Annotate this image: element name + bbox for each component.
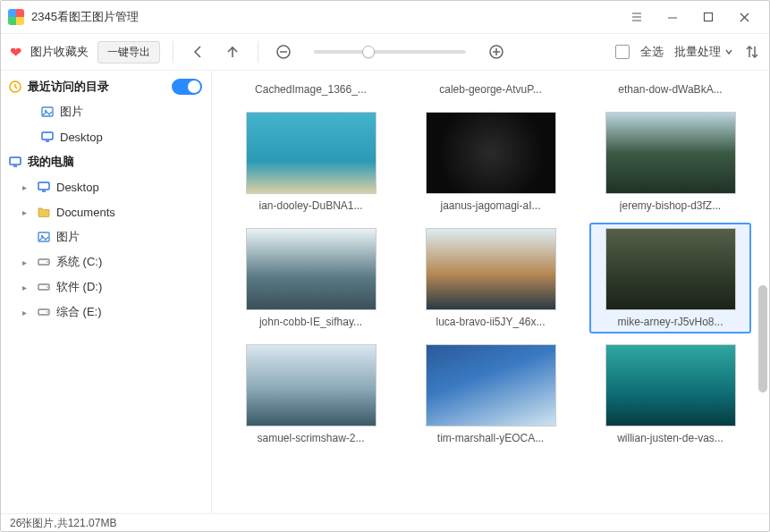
thumbnail-caption: jaanus-jagomagi-aI... (440, 199, 540, 212)
thumbnail-card[interactable]: caleb-george-AtvuP... (410, 76, 571, 101)
clock-icon (8, 80, 22, 94)
thumbnail-caption: luca-bravo-ii5JY_46x... (436, 316, 545, 328)
thumbnail-caption: ian-dooley-DuBNA1... (258, 199, 362, 212)
toolbar: ❤ 图片收藏夹 一键导出 全选 批量处理 (1, 33, 769, 71)
back-button[interactable] (186, 39, 211, 64)
statusbar-text: 26张图片,共121.07MB (10, 516, 116, 531)
thumbnail-image (426, 344, 556, 426)
thumbnail-card[interactable]: jaanus-jagomagi-aI... (410, 106, 571, 217)
thumbnail-caption: CachedImage_1366_... (255, 83, 367, 96)
thumbnail-caption: mike-arney-rJ5vHo8... (617, 316, 723, 328)
toolbar-divider (258, 41, 258, 63)
thumbnail-card[interactable]: jeremy-bishop-d3fZ... (589, 106, 751, 217)
zoom-out-button[interactable] (271, 39, 296, 64)
sidebar-item-label: 图片 (56, 229, 80, 245)
main-area: 最近访问的目录 图片Desktop 我的电脑 ▸Desktop▸Document… (1, 71, 769, 513)
select-all-checkbox[interactable] (615, 45, 630, 59)
sidebar-mypc-item[interactable]: ▸综合 (E:) (1, 300, 211, 325)
thumbnail-card[interactable]: tim-marshall-yEOCA... (410, 339, 571, 450)
sidebar-item-label: Desktop (56, 181, 99, 194)
expand-icon: ▸ (22, 207, 31, 217)
content-area: CachedImage_1366_...caleb-george-AtvuP..… (212, 71, 769, 513)
up-button[interactable] (220, 39, 245, 64)
thumbnail-card[interactable]: willian-justen-de-vas... (589, 339, 751, 450)
svg-point-27 (47, 261, 48, 263)
thumbnail-card[interactable]: john-cobb-IE_sifhay... (230, 223, 392, 334)
svg-rect-20 (10, 157, 21, 165)
zoom-in-button[interactable] (484, 39, 509, 64)
sidebar-recent-item[interactable]: 图片 (1, 99, 211, 124)
sidebar-mypc-item[interactable]: ▸Documents (1, 199, 211, 224)
thumbnail-card[interactable]: ian-dooley-DuBNA1... (230, 106, 392, 217)
recent-toggle[interactable] (172, 79, 202, 95)
scrollbar-thumb[interactable] (758, 285, 767, 393)
app-logo-icon (8, 9, 24, 25)
picture-icon (37, 230, 51, 244)
scrollbar-track[interactable] (757, 71, 769, 513)
monitor-icon (37, 180, 51, 194)
chevron-down-icon (724, 47, 733, 56)
sidebar-recent-label: 最近访问的目录 (28, 79, 109, 95)
svg-rect-18 (42, 132, 53, 139)
thumbnail-grid: CachedImage_1366_...caleb-george-AtvuP..… (212, 71, 769, 513)
svg-point-31 (47, 311, 48, 313)
expand-icon: ▸ (22, 308, 31, 317)
menu-button[interactable] (619, 4, 655, 30)
zoom-slider[interactable] (314, 50, 466, 54)
thumbnail-image (246, 344, 377, 426)
picture-icon (40, 105, 55, 119)
monitor-icon (40, 130, 55, 144)
sidebar: 最近访问的目录 图片Desktop 我的电脑 ▸Desktop▸Document… (1, 71, 212, 513)
thumbnail-card[interactable]: CachedImage_1366_... (230, 76, 392, 101)
zoom-slider-thumb[interactable] (362, 46, 375, 58)
toolbar-divider (173, 41, 173, 63)
monitor-icon (8, 155, 22, 169)
thumbnail-image (426, 112, 556, 194)
export-button[interactable]: 一键导出 (97, 41, 160, 63)
maximize-button[interactable] (690, 4, 726, 30)
sidebar-item-label: Desktop (60, 131, 103, 144)
expand-icon: ▸ (22, 258, 31, 267)
thumbnail-caption: tim-marshall-yEOCA... (437, 432, 544, 444)
sidebar-mypc-label: 我的电脑 (28, 154, 74, 170)
svg-rect-22 (38, 182, 49, 190)
favorites-label: 图片收藏夹 (30, 44, 89, 60)
svg-rect-4 (705, 13, 713, 21)
sidebar-item-label: 综合 (E:) (56, 304, 102, 320)
sidebar-mypc-header[interactable]: 我的电脑 (1, 149, 211, 174)
sidebar-mypc-item[interactable]: ▸Desktop (1, 174, 211, 199)
heart-icon: ❤ (10, 44, 21, 61)
sidebar-item-label: 系统 (C:) (56, 254, 102, 270)
thumbnail-caption: ethan-dow-dWaBkA... (618, 83, 722, 96)
sidebar-recent-item[interactable]: Desktop (1, 124, 211, 149)
thumbnail-card[interactable]: ethan-dow-dWaBkA... (589, 76, 751, 101)
thumbnail-card[interactable]: mike-arney-rJ5vHo8... (589, 223, 751, 334)
drive-icon (37, 305, 51, 319)
sort-button[interactable] (744, 44, 760, 60)
sidebar-item-label: 软件 (D:) (56, 279, 102, 295)
export-button-label: 一键导出 (107, 46, 150, 58)
minimize-button[interactable] (655, 4, 690, 30)
sidebar-mypc-item[interactable]: ▸软件 (D:) (1, 274, 211, 300)
thumbnail-caption: caleb-george-AtvuP... (439, 83, 542, 96)
thumbnail-caption: jeremy-bishop-d3fZ... (620, 199, 721, 212)
sidebar-recent-header[interactable]: 最近访问的目录 (1, 74, 211, 99)
batch-process-dropdown[interactable]: 批量处理 (674, 44, 733, 60)
thumbnail-caption: john-cobb-IE_sifhay... (259, 316, 362, 328)
sidebar-item-label: 图片 (60, 104, 83, 120)
sidebar-mypc-item[interactable]: 图片 (1, 224, 211, 249)
statusbar: 26张图片,共121.07MB (1, 513, 769, 532)
expand-icon: ▸ (22, 283, 31, 292)
close-button[interactable] (726, 4, 762, 30)
thumbnail-image (605, 228, 736, 310)
sidebar-mypc-item[interactable]: ▸系统 (C:) (1, 249, 211, 274)
thumbnail-image (426, 228, 556, 310)
thumbnail-image (246, 228, 377, 310)
thumbnail-card[interactable]: samuel-scrimshaw-2... (230, 339, 392, 450)
expand-icon: ▸ (22, 182, 31, 192)
thumbnail-card[interactable]: luca-bravo-ii5JY_46x... (410, 223, 571, 334)
drive-icon (37, 280, 51, 294)
folder-icon (37, 205, 51, 219)
window-title: 2345看图王图片管理 (31, 9, 139, 25)
select-all-label: 全选 (640, 44, 664, 60)
